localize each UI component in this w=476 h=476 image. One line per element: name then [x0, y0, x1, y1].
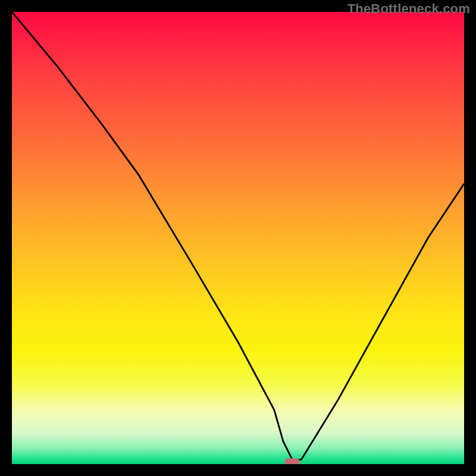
watermark-text: TheBottleneck.com	[347, 1, 470, 17]
plot-area	[12, 12, 464, 464]
gradient-background	[12, 12, 464, 464]
chart-frame: TheBottleneck.com	[0, 0, 476, 476]
optimal-marker	[284, 458, 300, 464]
chart-svg	[12, 12, 464, 464]
